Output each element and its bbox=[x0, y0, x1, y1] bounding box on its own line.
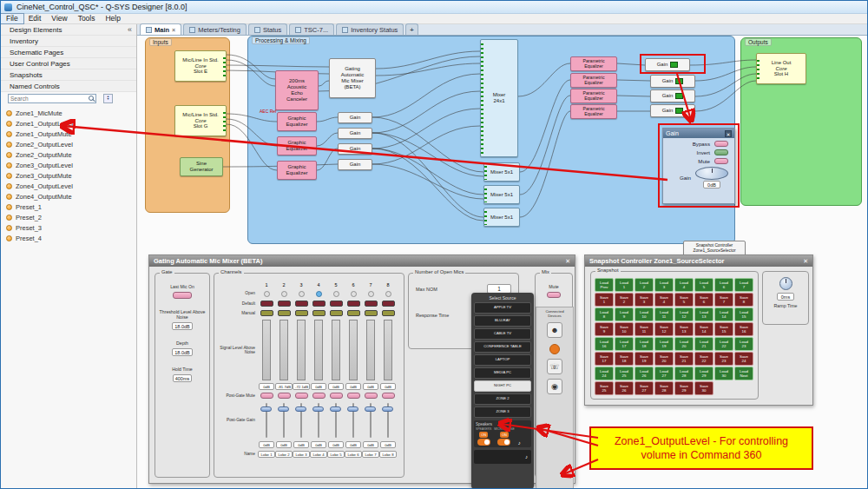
load-snapshot-button[interactable]: Load13 bbox=[694, 307, 713, 321]
channel-name[interactable]: Lobe 6 bbox=[345, 451, 361, 458]
menu-item-help[interactable]: Help bbox=[100, 14, 125, 23]
save-snapshot-button[interactable]: Save13 bbox=[674, 322, 694, 336]
save-snapshot-button[interactable]: Save12 bbox=[654, 322, 674, 336]
block-gain-1[interactable]: Gain bbox=[338, 112, 372, 123]
slider-handle[interactable] bbox=[312, 406, 324, 412]
post-gate-mute-button[interactable] bbox=[278, 393, 291, 399]
sidebar-section-inventory[interactable]: Inventory bbox=[1, 36, 136, 47]
source-item[interactable]: LAPTOP bbox=[474, 354, 531, 366]
save-snapshot-button[interactable]: Save2 bbox=[615, 293, 634, 307]
load-snapshot-button[interactable]: Load16 bbox=[595, 337, 614, 351]
named-control-preset_2[interactable]: Preset_2 bbox=[1, 212, 136, 222]
slider-handle[interactable] bbox=[382, 406, 393, 412]
save-snapshot-button[interactable]: Save7 bbox=[714, 293, 733, 307]
slider-handle[interactable] bbox=[347, 406, 358, 412]
named-control-preset_3[interactable]: Preset_3 bbox=[1, 222, 136, 233]
save-snapshot-button[interactable]: Save6 bbox=[694, 293, 713, 307]
block-gain-2[interactable]: Gain bbox=[338, 128, 372, 139]
named-control-preset_4[interactable]: Preset_4 bbox=[1, 233, 136, 243]
load-snapshot-button[interactable]: Load7 bbox=[734, 278, 753, 292]
close-tab-icon[interactable]: × bbox=[172, 27, 175, 33]
manual-button[interactable] bbox=[260, 310, 273, 316]
save-snapshot-button[interactable]: Save26 bbox=[615, 381, 634, 395]
post-gate-gain-slider[interactable] bbox=[329, 401, 343, 439]
post-gate-gain-slider[interactable] bbox=[312, 401, 326, 439]
save-snapshot-button[interactable]: Save23 bbox=[714, 352, 733, 366]
named-control-zone3_outputlevel[interactable]: Zone3_OutputLevel bbox=[1, 160, 136, 170]
named-control-zone4_outputmute[interactable]: Zone4_OutputMute bbox=[1, 191, 136, 202]
post-gate-gain-value[interactable]: 0dB bbox=[311, 441, 326, 448]
save-snapshot-button[interactable]: Save27 bbox=[635, 381, 654, 395]
sidebar-section-schematic-pages[interactable]: Schematic Pages bbox=[1, 47, 136, 58]
block-line-out-slot-h[interactable]: Line Out Core Slot H bbox=[756, 53, 806, 84]
sort-button[interactable]: ▲▼ bbox=[103, 94, 113, 103]
threshold-value[interactable]: 18.0dB bbox=[172, 322, 192, 330]
camera-icon[interactable]: ◉ bbox=[547, 379, 562, 394]
last-mic-on-toggle[interactable] bbox=[173, 292, 192, 299]
default-button[interactable] bbox=[312, 301, 326, 307]
load-snapshot-button[interactable]: Load11 bbox=[654, 307, 674, 321]
post-gate-mute-button[interactable] bbox=[382, 393, 395, 399]
save-snapshot-button[interactable]: Save18 bbox=[615, 352, 634, 366]
slider-handle[interactable] bbox=[365, 406, 376, 412]
block-gain-3[interactable]: Gain bbox=[338, 143, 372, 155]
source-item[interactable]: ZONE 3 bbox=[474, 406, 531, 418]
tab-status[interactable]: Status bbox=[248, 23, 287, 35]
named-control-preset_1[interactable]: Preset_1 bbox=[1, 202, 136, 212]
phone-icon[interactable]: ☏ bbox=[547, 359, 562, 374]
named-control-zone3_outputmute[interactable]: Zone3_OutputMute bbox=[1, 170, 136, 181]
post-gate-gain-value[interactable]: 0dB bbox=[259, 441, 274, 448]
post-gate-gain-slider[interactable] bbox=[346, 401, 360, 439]
manual-button[interactable] bbox=[347, 310, 360, 316]
named-control-zone4_outputlevel[interactable]: Zone4_OutputLevel bbox=[1, 181, 136, 191]
speakers-toggle[interactable] bbox=[477, 439, 490, 446]
load-snapshot-button[interactable]: Load23 bbox=[734, 337, 753, 351]
channel-name[interactable]: Lobe 8 bbox=[379, 451, 396, 458]
post-gate-mute-button[interactable] bbox=[365, 393, 378, 399]
microphone-toggle[interactable] bbox=[497, 439, 510, 446]
load-snapshot-button[interactable]: Load25 bbox=[615, 367, 634, 380]
default-button[interactable] bbox=[347, 301, 360, 307]
load-snapshot-button[interactable]: Load17 bbox=[615, 337, 634, 351]
manual-button[interactable] bbox=[382, 310, 395, 316]
block-gating-automatic-mic-mixer[interactable]: Gating Automatic Mic Mixer (BETA) bbox=[329, 58, 376, 98]
post-gate-mute-button[interactable] bbox=[330, 393, 343, 399]
load-snapshot-button[interactable]: LoadNext bbox=[734, 367, 753, 380]
save-snapshot-button[interactable]: Save16 bbox=[734, 322, 753, 336]
load-snapshot-button[interactable]: Load27 bbox=[654, 367, 674, 380]
post-gate-gain-slider[interactable] bbox=[381, 401, 395, 439]
block-mixer-5x1-2[interactable]: Mixer 5x1 bbox=[483, 185, 520, 204]
block-graphic-equalizer-1[interactable]: GraphicEqualizer bbox=[277, 112, 317, 131]
load-snapshot-button[interactable]: Load2 bbox=[635, 278, 654, 292]
channel-name[interactable]: Lobe 1 bbox=[258, 451, 274, 458]
post-gate-gain-slider[interactable] bbox=[277, 401, 291, 439]
named-control-zone2_outputlevel[interactable]: Zone2_OutputLevel bbox=[1, 139, 136, 149]
load-snapshot-button[interactable]: LoadPrev bbox=[595, 278, 614, 292]
post-gate-mute-button[interactable] bbox=[260, 393, 273, 399]
source-item[interactable]: MEDIA PC bbox=[474, 367, 531, 379]
slider-handle[interactable] bbox=[295, 406, 306, 412]
save-snapshot-button[interactable]: Save5 bbox=[674, 293, 694, 307]
load-snapshot-button[interactable]: Load15 bbox=[734, 307, 753, 321]
microphone-on-button[interactable]: ON bbox=[500, 432, 509, 438]
block-output-gain-4[interactable]: Gain bbox=[650, 104, 695, 117]
load-snapshot-button[interactable]: Load28 bbox=[674, 367, 694, 380]
load-snapshot-button[interactable]: Load8 bbox=[595, 307, 614, 321]
save-snapshot-button[interactable]: Save17 bbox=[595, 352, 614, 366]
save-snapshot-button[interactable]: Save14 bbox=[694, 322, 713, 336]
title-bar[interactable]: CineNet_Control_QSC* - Q-SYS Designer [8… bbox=[1, 1, 867, 14]
channel-name[interactable]: Lobe 7 bbox=[362, 451, 378, 458]
load-snapshot-button[interactable]: Load14 bbox=[714, 307, 733, 321]
load-snapshot-button[interactable]: Load29 bbox=[694, 367, 713, 380]
menu-item-view[interactable]: View bbox=[46, 14, 72, 23]
named-control-zone1_outputlevel[interactable]: Zone1_OutputLevel bbox=[1, 118, 136, 129]
block-parametric-equalizer-3[interactable]: ParametricEqualizer bbox=[570, 89, 617, 103]
block-mixer-5x1-1[interactable]: Mixer 5x1 bbox=[483, 162, 520, 182]
new-tab-button[interactable]: + bbox=[405, 23, 418, 35]
close-icon[interactable]: ✕ bbox=[803, 258, 808, 265]
slider-handle[interactable] bbox=[260, 406, 272, 412]
save-snapshot-button[interactable]: Save24 bbox=[734, 352, 753, 366]
close-icon[interactable]: ✕ bbox=[565, 258, 570, 265]
tab-inventory-status[interactable]: Inventory Status bbox=[336, 23, 404, 35]
load-snapshot-button[interactable]: Load1 bbox=[615, 278, 634, 292]
